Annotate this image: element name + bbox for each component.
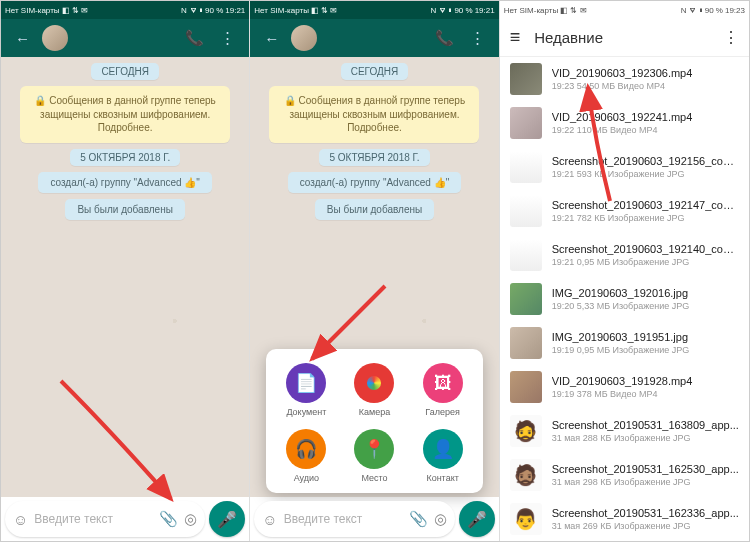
file-row[interactable]: VID_20190603_192306.mp419:23 54,50 МБ Ви…: [500, 57, 749, 101]
attach-icon[interactable]: 📎: [159, 510, 178, 528]
menu-icon[interactable]: ⋮: [723, 28, 739, 47]
file-row[interactable]: 👨Screenshot_20190531_162336_app...31 мая…: [500, 497, 749, 541]
date-pill: 5 ОКТЯБРЯ 2018 Г.: [70, 149, 180, 166]
file-thumbnail: [510, 327, 542, 359]
input-bar: ☺ Введите текст 📎 ◎ 🎤: [254, 501, 494, 537]
sim-status: Нет SIM-карты: [5, 6, 60, 15]
attach-location[interactable]: 📍 Место: [354, 429, 394, 483]
file-list[interactable]: VID_20190603_192306.mp419:23 54,50 МБ Ви…: [500, 57, 749, 541]
status-bar: Нет SIM-карты ◧ ⇅ ✉ N ⛛ ▮ 90 % 19:21: [1, 1, 249, 19]
file-name: Screenshot_20190531_163809_app...: [552, 419, 739, 431]
file-thumbnail: 🧔: [510, 415, 542, 447]
file-row[interactable]: Screenshot_20190603_192140_com...19:21 0…: [500, 233, 749, 277]
file-meta: 19:19 378 МБ Видео MP4: [552, 389, 739, 399]
date-pill: 5 ОКТЯБРЯ 2018 Г.: [319, 149, 429, 166]
you-added-msg: Вы были добавлены: [65, 199, 184, 220]
group-avatar[interactable]: [291, 25, 317, 51]
you-added-msg: Вы были добавлены: [315, 199, 434, 220]
file-meta: 19:21 593 КБ Изображение JPG: [552, 169, 739, 179]
file-meta: 31 мая 288 КБ Изображение JPG: [552, 433, 739, 443]
attach-audio[interactable]: 🎧 Аудио: [286, 429, 326, 483]
file-meta: 31 мая 269 КБ Изображение JPG: [552, 521, 739, 531]
mic-button[interactable]: 🎤: [209, 501, 245, 537]
camera-icon[interactable]: ◎: [184, 510, 197, 528]
file-meta: 19:21 0,95 МБ Изображение JPG: [552, 257, 739, 267]
group-avatar[interactable]: [42, 25, 68, 51]
date-today-pill: СЕГОДНЯ: [91, 63, 159, 80]
file-thumbnail: [510, 239, 542, 271]
input-bar: ☺ Введите текст 📎 ◎ 🎤: [5, 501, 245, 537]
file-picker-header: ≡ Недавние ⋮: [500, 19, 749, 57]
file-name: VID_20190603_192306.mp4: [552, 67, 739, 79]
chat-header: ← 📞 ⋮: [250, 19, 498, 57]
attach-camera[interactable]: Камера: [354, 363, 394, 417]
placeholder-text: Введите текст: [34, 512, 153, 526]
mic-button[interactable]: 🎤: [459, 501, 495, 537]
audio-icon: 🎧: [286, 429, 326, 469]
file-row[interactable]: VID_20190603_192241.mp419:22 110 МБ Виде…: [500, 101, 749, 145]
file-name: Screenshot_20190603_192140_com...: [552, 243, 739, 255]
file-name: IMG_20190603_192016.jpg: [552, 287, 739, 299]
call-icon[interactable]: 📞: [435, 29, 454, 47]
date-today-pill: СЕГОДНЯ: [341, 63, 409, 80]
camera-icon: [354, 363, 394, 403]
chat-header: ← 📞 ⋮: [1, 19, 249, 57]
battery-level: 90 %: [205, 6, 223, 15]
file-meta: 31 мая 298 КБ Изображение JPG: [552, 477, 739, 487]
file-name: Screenshot_20190531_162336_app...: [552, 507, 739, 519]
attach-icon[interactable]: 📎: [409, 510, 428, 528]
attach-document[interactable]: 📄 Документ: [286, 363, 326, 417]
file-thumbnail: [510, 151, 542, 183]
file-row[interactable]: IMG_20190603_192016.jpg19:20 5,33 МБ Изо…: [500, 277, 749, 321]
file-thumbnail: 🧔🏽: [510, 459, 542, 491]
file-row[interactable]: 🧔Screenshot_20190531_163809_app...31 мая…: [500, 409, 749, 453]
file-name: VID_20190603_191928.mp4: [552, 375, 739, 387]
file-row[interactable]: 🧔🏽Screenshot_20190531_162530_app...31 ма…: [500, 453, 749, 497]
file-meta: 19:22 110 МБ Видео MP4: [552, 125, 739, 135]
group-created-msg: создал(-а) группу "Advanced 👍": [288, 172, 462, 193]
gallery-icon: 🖼: [423, 363, 463, 403]
back-icon[interactable]: ←: [15, 30, 30, 47]
emoji-icon[interactable]: ☺: [13, 511, 28, 528]
menu-icon[interactable]: ⋮: [220, 29, 235, 47]
file-picker-screen: Нет SIM-карты ◧ ⇅ ✉ N ⛛ ▮ 90 % 19:23 ≡ Н…: [500, 1, 749, 541]
whatsapp-chat-screen: Нет SIM-карты ◧ ⇅ ✉ N ⛛ ▮ 90 % 19:21 ← 📞…: [1, 1, 250, 541]
file-name: Screenshot_20190531_162530_app...: [552, 463, 739, 475]
status-bar: Нет SIM-карты ◧ ⇅ ✉ N ⛛ ▮ 90 % 19:23: [500, 1, 749, 19]
call-icon[interactable]: 📞: [185, 29, 204, 47]
attach-gallery[interactable]: 🖼 Галерея: [423, 363, 463, 417]
encryption-notice[interactable]: 🔒 Сообщения в данной группе теперь защищ…: [20, 86, 230, 143]
file-thumbnail: [510, 107, 542, 139]
message-input[interactable]: ☺ Введите текст 📎 ◎: [5, 501, 205, 537]
placeholder-text: Введите текст: [284, 512, 403, 526]
hamburger-icon[interactable]: ≡: [510, 27, 521, 48]
back-icon[interactable]: ←: [264, 30, 279, 47]
attach-panel: 📄 Документ Камера 🖼 Галерея 🎧 Аудио 📍 Ме…: [266, 349, 482, 493]
file-thumbnail: [510, 283, 542, 315]
file-meta: 19:23 54,50 МБ Видео MP4: [552, 81, 739, 91]
document-icon: 📄: [286, 363, 326, 403]
file-name: Screenshot_20190603_192156_com...: [552, 155, 739, 167]
clock: 19:21: [225, 6, 245, 15]
file-row[interactable]: IMG_20190603_191951.jpg19:19 0,95 МБ Изо…: [500, 321, 749, 365]
file-meta: 19:20 5,33 МБ Изображение JPG: [552, 301, 739, 311]
menu-icon[interactable]: ⋮: [470, 29, 485, 47]
camera-icon[interactable]: ◎: [434, 510, 447, 528]
chat-body: СЕГОДНЯ 🔒 Сообщения в данной группе тепе…: [1, 57, 249, 497]
file-name: IMG_20190603_191951.jpg: [552, 331, 739, 343]
picker-title: Недавние: [534, 29, 603, 46]
encryption-notice[interactable]: 🔒 Сообщения в данной группе теперь защищ…: [269, 86, 479, 143]
file-row[interactable]: Screenshot_20190603_192147_com...19:21 7…: [500, 189, 749, 233]
file-row[interactable]: Screenshot_20190603_192156_com...19:21 5…: [500, 145, 749, 189]
attach-contact[interactable]: 👤 Контакт: [423, 429, 463, 483]
location-icon: 📍: [354, 429, 394, 469]
file-meta: 19:19 0,95 МБ Изображение JPG: [552, 345, 739, 355]
file-name: Screenshot_20190603_192147_com...: [552, 199, 739, 211]
message-input[interactable]: ☺ Введите текст 📎 ◎: [254, 501, 454, 537]
contact-icon: 👤: [423, 429, 463, 469]
nfc-icon: N: [181, 6, 187, 15]
whatsapp-attach-screen: Нет SIM-карты ◧ ⇅ ✉ N ⛛ ▮ 90 % 19:21 ← 📞…: [250, 1, 499, 541]
group-created-msg: создал(-а) группу "Advanced 👍": [38, 172, 212, 193]
file-row[interactable]: VID_20190603_191928.mp419:19 378 МБ Виде…: [500, 365, 749, 409]
emoji-icon[interactable]: ☺: [262, 511, 277, 528]
